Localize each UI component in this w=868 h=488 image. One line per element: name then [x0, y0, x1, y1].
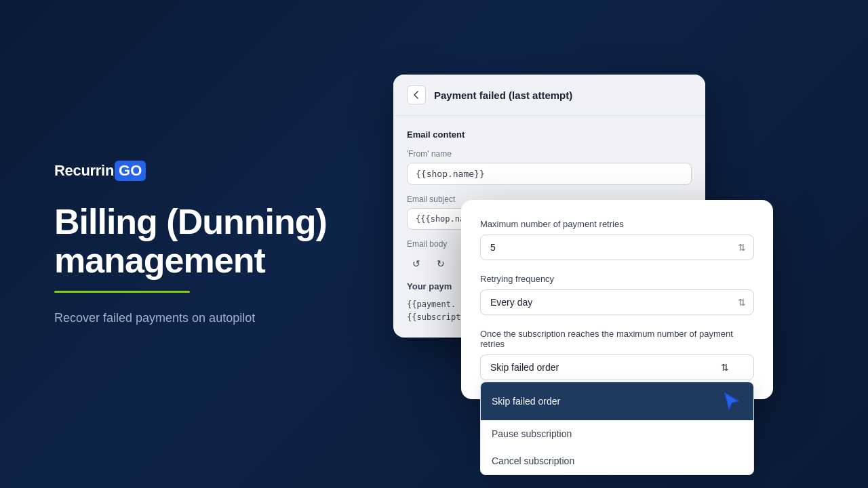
retry-frequency-wrapper: Every day Every 2 days Every week ⇅	[480, 289, 754, 315]
max-retries-select[interactable]: 5 3 7 10	[480, 235, 754, 260]
settings-card: Maximum number of payment retries 5 3 7 …	[461, 200, 773, 399]
redo-button[interactable]: ↻	[431, 254, 450, 273]
cursor-arrow-icon	[721, 390, 743, 412]
hero-subtitle: Recover failed payments on autopilot	[54, 309, 339, 327]
skip-label: Skip failed order	[492, 396, 560, 407]
from-name-input[interactable]	[407, 163, 692, 185]
logo: Recurrin GO	[54, 161, 339, 181]
left-section: Recurrin GO Billing (Dunning) management…	[0, 120, 380, 368]
retry-frequency-select[interactable]: Every day Every 2 days Every week	[480, 289, 754, 315]
pause-label: Pause subscription	[492, 428, 572, 439]
logo-text: Recurrin	[54, 162, 114, 180]
action-select-display[interactable]: Skip failed order ⇅	[480, 354, 754, 380]
hero-title: Billing (Dunning) management	[54, 203, 339, 280]
card-header: Payment failed (last attempt)	[393, 75, 705, 116]
action-dropdown: Skip failed order Pause subscription Can…	[480, 382, 754, 475]
card-title: Payment failed (last attempt)	[434, 89, 572, 101]
dropdown-item-pause[interactable]: Pause subscription	[481, 420, 753, 447]
back-button[interactable]	[407, 85, 426, 104]
right-section: Payment failed (last attempt) Email cont…	[380, 0, 868, 488]
action-wrapper: Skip failed order ⇅ Skip failed order Pa…	[480, 354, 754, 380]
retry-frequency-label: Retrying frequency	[480, 274, 754, 284]
undo-button[interactable]: ↺	[407, 254, 426, 273]
action-arrow-icon: ⇅	[721, 362, 729, 373]
title-underline	[54, 291, 190, 293]
max-retries-wrapper: 5 3 7 10 ⇅	[480, 235, 754, 260]
dropdown-item-cancel[interactable]: Cancel subscription	[481, 447, 753, 474]
max-retries-label: Maximum number of payment retries	[480, 219, 754, 229]
from-name-label: 'From' name	[407, 149, 692, 159]
dropdown-item-skip[interactable]: Skip failed order	[481, 382, 753, 420]
action-selected-value: Skip failed order	[490, 362, 559, 373]
logo-go: GO	[115, 161, 146, 181]
action-label: Once the subscription reaches the maximu…	[480, 329, 754, 349]
cancel-label: Cancel subscription	[492, 455, 574, 466]
email-content-label: Email content	[407, 129, 692, 140]
